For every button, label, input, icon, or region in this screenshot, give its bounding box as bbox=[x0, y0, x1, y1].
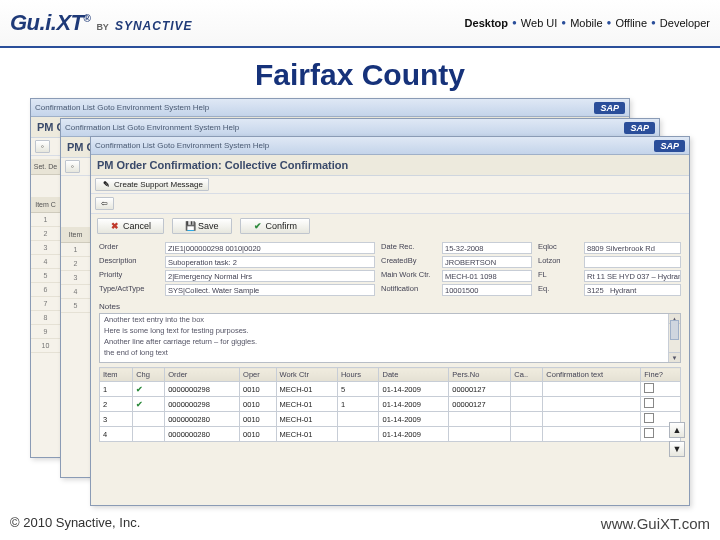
back-icon[interactable]: ⇦ bbox=[95, 197, 114, 210]
nav-webui[interactable]: Web UI bbox=[521, 17, 557, 29]
table-header[interactable]: Hours bbox=[337, 368, 379, 382]
table-cell[interactable]: MECH-01 bbox=[276, 412, 337, 427]
table-cell[interactable] bbox=[337, 427, 379, 442]
table-cell[interactable]: 01-14-2009 bbox=[379, 427, 449, 442]
row-up-button[interactable]: ▲ bbox=[669, 422, 685, 438]
eq-value[interactable]: 3125 Hydrant bbox=[584, 284, 681, 296]
stub-itemhdr: Item C bbox=[31, 197, 60, 213]
table-cell[interactable]: ✔ bbox=[133, 397, 165, 412]
nav-offline[interactable]: Offline bbox=[615, 17, 647, 29]
table-cell[interactable] bbox=[543, 427, 641, 442]
notes-scrollbar[interactable]: ▲ ▼ bbox=[668, 314, 680, 362]
table-cell[interactable]: 0000000280 bbox=[165, 427, 240, 442]
save-button[interactable]: 💾 Save bbox=[172, 218, 232, 234]
sap-menubar[interactable]: Confirmation List Goto Environment Syste… bbox=[95, 141, 269, 150]
table-cell[interactable] bbox=[543, 397, 641, 412]
notes-textarea[interactable]: Another text entry into the box Here is … bbox=[99, 313, 681, 363]
table-cell[interactable] bbox=[449, 427, 511, 442]
table-cell[interactable]: 01-14-2009 bbox=[379, 382, 449, 397]
table-cell[interactable] bbox=[449, 412, 511, 427]
table-cell[interactable]: MECH-01 bbox=[276, 397, 337, 412]
fine-checkbox[interactable] bbox=[644, 398, 654, 408]
fl-value[interactable]: Rt 11 SE HYD 037 – Hydrant Number bbox=[584, 270, 681, 282]
scroll-thumb[interactable] bbox=[670, 320, 679, 340]
table-cell[interactable]: 0010 bbox=[240, 397, 276, 412]
table-header[interactable]: Item bbox=[100, 368, 133, 382]
table-cell[interactable]: 4 bbox=[100, 427, 133, 442]
table-cell[interactable] bbox=[511, 427, 543, 442]
notif-value[interactable]: 10001500 bbox=[442, 284, 532, 296]
confirm-button[interactable]: ✔ Confirm bbox=[240, 218, 311, 234]
table-cell[interactable]: 5 bbox=[337, 382, 379, 397]
desc-value[interactable]: Suboperation task: 2 bbox=[165, 256, 375, 268]
table-row[interactable]: 400000002800010MECH-0101-14-2009 bbox=[100, 427, 681, 442]
table-cell[interactable]: 0000000280 bbox=[165, 412, 240, 427]
sap-window-front: Confirmation List Goto Environment Syste… bbox=[90, 136, 690, 506]
fine-checkbox[interactable] bbox=[644, 383, 654, 393]
table-cell[interactable]: 0010 bbox=[240, 412, 276, 427]
lotzon-value[interactable] bbox=[584, 256, 681, 268]
table-cell[interactable]: MECH-01 bbox=[276, 382, 337, 397]
table-cell[interactable] bbox=[641, 382, 681, 397]
createdby-value[interactable]: JROBERTSON bbox=[442, 256, 532, 268]
notes-label: Notes bbox=[91, 300, 689, 313]
fine-checkbox[interactable] bbox=[644, 413, 654, 423]
table-cell[interactable]: 1 bbox=[337, 397, 379, 412]
stub-itemhdr: Item bbox=[61, 227, 90, 243]
eqloc-value[interactable]: 8809 Silverbrook Rd bbox=[584, 242, 681, 254]
daterec-value[interactable]: 15-32-2008 bbox=[442, 242, 532, 254]
table-cell[interactable] bbox=[511, 397, 543, 412]
table-cell[interactable]: 0010 bbox=[240, 382, 276, 397]
table-cell[interactable]: ✔ bbox=[133, 382, 165, 397]
mainwk-value[interactable]: MECH-01 1098 bbox=[442, 270, 532, 282]
toolbar-stub-btn[interactable]: ◦ bbox=[65, 160, 80, 173]
table-cell[interactable]: 00000127 bbox=[449, 382, 511, 397]
table-cell[interactable] bbox=[543, 382, 641, 397]
table-cell[interactable] bbox=[337, 412, 379, 427]
create-support-message-button[interactable]: ✎ Create Support Message bbox=[95, 178, 209, 191]
row-down-button[interactable]: ▼ bbox=[669, 441, 685, 457]
table-cell[interactable] bbox=[133, 412, 165, 427]
table-cell[interactable]: 01-14-2009 bbox=[379, 397, 449, 412]
table-cell[interactable]: 00000127 bbox=[449, 397, 511, 412]
table-cell[interactable] bbox=[543, 412, 641, 427]
table-header[interactable]: Chg bbox=[133, 368, 165, 382]
table-cell[interactable] bbox=[511, 412, 543, 427]
table-row[interactable]: 300000002800010MECH-0101-14-2009 bbox=[100, 412, 681, 427]
table-header[interactable]: Pers.No bbox=[449, 368, 511, 382]
table-header[interactable]: Fine? bbox=[641, 368, 681, 382]
stub-row: 5 bbox=[31, 269, 60, 283]
table-cell[interactable] bbox=[641, 397, 681, 412]
table-row[interactable]: 1✔00000002980010MECH-01501-14-2009000001… bbox=[100, 382, 681, 397]
table-cell[interactable]: 0000000298 bbox=[165, 382, 240, 397]
table-cell[interactable]: 0010 bbox=[240, 427, 276, 442]
toolbar-stub-btn[interactable]: ◦ bbox=[35, 140, 50, 153]
fine-checkbox[interactable] bbox=[644, 428, 654, 438]
table-cell[interactable]: MECH-01 bbox=[276, 427, 337, 442]
nav-desktop[interactable]: Desktop bbox=[465, 17, 508, 29]
table-header[interactable]: Order bbox=[165, 368, 240, 382]
typeact-value[interactable]: SYS|Collect. Water Sample bbox=[165, 284, 375, 296]
table-header[interactable]: Date bbox=[379, 368, 449, 382]
table-row[interactable]: 2✔00000002980010MECH-01101-14-2009000001… bbox=[100, 397, 681, 412]
table-cell[interactable]: 3 bbox=[100, 412, 133, 427]
scroll-down-icon[interactable]: ▼ bbox=[669, 352, 680, 362]
table-header[interactable]: Work Ctr bbox=[276, 368, 337, 382]
table-header[interactable]: Oper bbox=[240, 368, 276, 382]
priority-value[interactable]: 2|Emergency Normal Hrs bbox=[165, 270, 375, 282]
table-cell[interactable]: 01-14-2009 bbox=[379, 412, 449, 427]
table-cell[interactable]: 0000000298 bbox=[165, 397, 240, 412]
table-cell[interactable]: 2 bbox=[100, 397, 133, 412]
table-cell[interactable]: 1 bbox=[100, 382, 133, 397]
cancel-button[interactable]: ✖ Cancel bbox=[97, 218, 164, 234]
table-cell[interactable] bbox=[511, 382, 543, 397]
order-value[interactable]: ZIE1|000000298 0010|0020 bbox=[165, 242, 375, 254]
table-header[interactable]: Confirmation text bbox=[543, 368, 641, 382]
confirm-icon: ✔ bbox=[253, 221, 263, 231]
nav-developer[interactable]: Developer bbox=[660, 17, 710, 29]
daterec-label: Date Rec. bbox=[381, 242, 436, 254]
table-header[interactable]: Ca.. bbox=[511, 368, 543, 382]
sap-titlebar[interactable]: Confirmation List Goto Environment Syste… bbox=[91, 137, 689, 155]
table-cell[interactable] bbox=[133, 427, 165, 442]
nav-mobile[interactable]: Mobile bbox=[570, 17, 602, 29]
